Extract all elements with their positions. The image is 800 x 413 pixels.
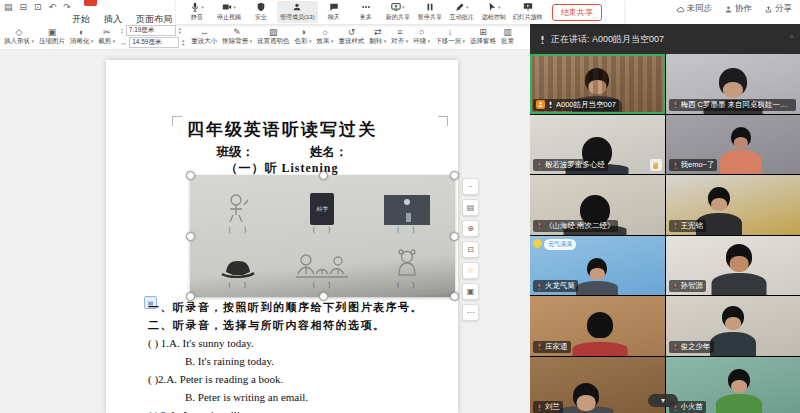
collapse-toolbar-button[interactable]: − — [462, 178, 479, 195]
meeting-pause-button[interactable]: 暂停共享 — [414, 1, 446, 23]
ribbon-item-翻转[interactable]: ⇄翻转 ▾ — [369, 27, 386, 46]
resize-handle-e[interactable] — [450, 232, 459, 241]
participant-tile[interactable]: 俊之少年 — [666, 296, 800, 356]
shield-icon — [256, 2, 266, 12]
titlebar-person-item[interactable]: 协作 — [724, 3, 752, 15]
ribbon-item-裁剪[interactable]: ✂裁剪 ▾ — [98, 27, 115, 46]
ribbon-item-效果[interactable]: ☼效果 ▾ — [317, 27, 334, 46]
ribbon-item-重设样式[interactable]: ↺重设样式 — [338, 27, 364, 46]
ribbon-item-抠除背景[interactable]: ✎抠除背景 ▾ — [222, 27, 252, 46]
speaking-status-bar: 正在讲话: A000皓月当空007 » — [530, 24, 800, 54]
meeting-button-label: 更多 — [360, 13, 372, 22]
participant-tile[interactable]: A000皓月当空007 — [530, 54, 665, 114]
end-share-button[interactable]: 结束共享 — [552, 4, 602, 21]
participant-tile[interactable]: 梅西 C罗墨墨 来自同桌极娃一路凯... — [666, 54, 800, 114]
beautify-image-button[interactable]: ☆ — [462, 262, 479, 279]
participant-label: 火龙气筒 — [533, 280, 578, 292]
person-head — [731, 127, 751, 147]
meeting-shield-button[interactable]: 安全 — [245, 1, 277, 23]
meeting-chat-button[interactable]: 聊天 — [318, 1, 350, 23]
ribbon-item-设置透明色[interactable]: ▨设置透明色 — [257, 27, 290, 46]
resize-handle-ne[interactable] — [450, 171, 459, 180]
participant-tile[interactable]: 刘兰 — [530, 357, 665, 413]
resize-handle-nw[interactable] — [186, 171, 195, 180]
ribbon-item-下移一层[interactable]: ↓下移一层 ▾ — [435, 27, 465, 46]
ribbon-item-插入形状[interactable]: ◇插入形状 ▾ — [4, 27, 34, 46]
participant-tile[interactable]: 般若波罗蜜多心经 — [530, 115, 665, 175]
ribbon-item-重设大小[interactable]: ↔重设大小 — [191, 27, 217, 46]
copy-image-button[interactable]: ▣ — [462, 283, 479, 300]
ribbon-item-清晰化[interactable]: ◐清晰化 ▾ — [70, 27, 93, 46]
chevron-down-icon: ▾ — [402, 4, 405, 10]
participant-tile[interactable]: 孙智源 — [666, 236, 800, 296]
remote-control-icon — [487, 2, 497, 12]
ribbon-item-环绕[interactable]: ○环绕 ▾ — [413, 27, 430, 46]
raised-hand-indicator — [650, 159, 662, 171]
resize-handle-w[interactable] — [186, 232, 195, 241]
participant-tile[interactable]: 我emo~了 — [666, 115, 800, 175]
crop-image-button[interactable]: ⊡ — [462, 241, 479, 258]
undo-icon[interactable]: ↶ — [49, 2, 57, 12]
ribbon-item-选择窗格[interactable]: ⊞选择窗格 — [470, 27, 496, 46]
ribbon-item-label: 重设样式 — [338, 37, 364, 46]
participant-label: 庄家通 — [533, 341, 571, 353]
image-height-field-value[interactable]: 7.19厘米 — [126, 25, 176, 36]
stepper[interactable]: ▲▼ — [178, 27, 182, 35]
panel-expand-icon[interactable]: » — [790, 32, 794, 41]
picture-tools-ribbon: ◇插入形状 ▾▣压缩图片◐清晰化 ▾✂裁剪 ▾↕7.19厘米▲▼↔14.59厘米… — [0, 24, 530, 50]
ribbon-item-label: 色彩 ▾ — [295, 37, 312, 46]
wrap-options-button[interactable]: ▤ — [462, 199, 479, 216]
worksheet-image[interactable]: （ ） 科学 （ ） （ ） （ ） — [190, 175, 455, 297]
participant-tile[interactable]: 《山海经.南次二经》 — [530, 175, 665, 235]
meeting-camera-button[interactable]: ▾停止视频 — [213, 1, 245, 23]
ribbon-item-对齐[interactable]: ≡对齐 ▾ — [391, 27, 408, 46]
meeting-dots-button[interactable]: 更多 — [350, 1, 382, 23]
answer-blank: （ ） — [224, 225, 253, 234]
meeting-annotate-button[interactable]: ▾互动批注 — [446, 1, 478, 23]
meeting-button-label: 远程控制 — [482, 13, 506, 22]
ribbon-item-色彩[interactable]: ◑色彩 ▾ — [295, 27, 312, 46]
ribbon-item-label: 效果 ▾ — [317, 37, 334, 46]
participant-label: 俊之少年 — [669, 341, 714, 353]
ribbon-item-压缩图片[interactable]: ▣压缩图片 — [39, 27, 65, 46]
participant-tile[interactable]: 王宪铭 — [666, 175, 800, 235]
participant-tile[interactable]: 庄家通 — [530, 296, 665, 356]
image-width-field-value[interactable]: 14.59厘米 — [129, 37, 179, 48]
meeting-mic-button[interactable]: ▾静音 — [181, 1, 213, 23]
zoom-image-button[interactable]: ⊕ — [462, 220, 479, 237]
meeting-share-screen-button[interactable]: ▾新的共享 — [382, 1, 414, 23]
chevron-down-icon: ▾ — [111, 38, 115, 44]
ribbon-item-批量[interactable]: ▥批量 — [501, 27, 514, 46]
meeting-video-panel: 正在讲话: A000皓月当空007 » A000皓月当空007梅西 C罗墨墨 来… — [530, 24, 800, 413]
image-height-field: ↕7.19厘米▲▼ — [120, 25, 185, 36]
重设样式-icon: ↺ — [348, 27, 356, 37]
stepper[interactable]: ▲▼ — [181, 39, 185, 47]
meeting-slideshow-button[interactable]: 幻灯片放映 — [510, 1, 546, 23]
option-line: B. It's raining today. — [148, 352, 448, 370]
person-face — [725, 317, 741, 330]
participant-tile[interactable]: 小火苗 — [666, 357, 800, 413]
titlebar-share-arrow-item[interactable]: 分享 — [764, 3, 792, 15]
resize-handle-se[interactable] — [450, 292, 459, 301]
more-image-button[interactable]: ⋯ — [462, 304, 479, 321]
titlebar-cloud-item[interactable]: 未同步 — [676, 3, 713, 15]
chevron-down-icon: ▾ — [461, 38, 465, 44]
重设大小-icon: ↔ — [200, 27, 209, 37]
mic-icon — [536, 343, 543, 350]
resize-handle-s[interactable] — [319, 292, 328, 301]
ribbon-item-label: 选择窗格 — [470, 37, 496, 46]
meeting-remote-control-button[interactable]: ▾远程控制 — [478, 1, 510, 23]
export-icon[interactable]: ⊡ — [34, 2, 42, 12]
save-icon[interactable]: ▤ — [4, 2, 13, 12]
document-page[interactable]: 四年级英语听读写过关 班级： 姓名： （一）听 Listening （ ） 科学… — [106, 60, 458, 413]
mic-icon — [672, 343, 679, 350]
resize-handle-n[interactable] — [319, 171, 328, 180]
meeting-people-button[interactable]: 管理成员(13) — [277, 1, 318, 23]
participant-tile[interactable]: 元气满满火龙气筒 — [530, 236, 665, 296]
redo-icon[interactable]: ↷ — [63, 2, 71, 12]
resize-handle-sw[interactable] — [186, 292, 195, 301]
print-icon[interactable]: ⊟ — [20, 2, 28, 12]
collapse-videos-button[interactable]: ▾ — [648, 394, 678, 407]
document-canvas[interactable]: 四年级英语听读写过关 班级： 姓名： （一）听 Listening （ ） 科学… — [0, 50, 530, 413]
翻转-icon: ⇄ — [374, 27, 382, 37]
